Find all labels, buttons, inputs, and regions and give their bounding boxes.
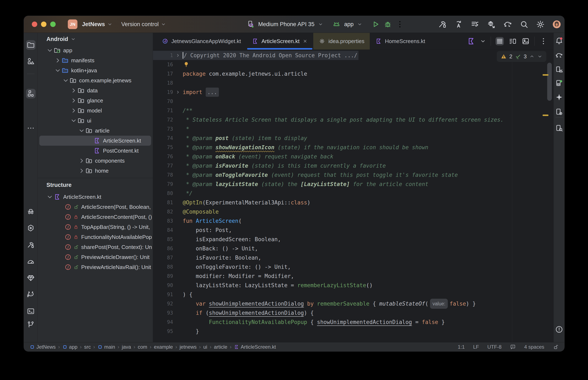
structure-member-articlescreencontent[interactable]: fArticleScreenContent(Post, () [38,212,153,222]
resource-manager-icon[interactable] [26,57,36,66]
tab-homescreens-kt[interactable]: HomeScreens.kt [370,33,430,50]
editor-scrollbar[interactable] [547,63,552,101]
device-manager-icon[interactable] [554,65,564,75]
hidden-tabs-kotlin-icon[interactable] [467,37,475,45]
tree-item-com-example-jetnews[interactable]: com.example.jetnews [39,76,151,85]
breadcrumb-example[interactable]: example [154,344,173,350]
chevron-right-icon[interactable] [70,107,78,114]
chevron-down-icon[interactable] [357,21,363,27]
tree-item-components[interactable]: components [39,156,151,166]
tree-item-data[interactable]: data [39,85,151,95]
gradle-elephant-icon[interactable] [503,20,512,29]
warning-stripe-mark[interactable] [543,74,548,76]
structure-member-topappbar[interactable]: fTopAppBar(String, () -> Unit, [38,222,153,232]
chevron-down-icon[interactable] [54,67,61,74]
status-utf-8[interactable]: UTF-8 [487,344,502,350]
maximize-window-button[interactable] [50,21,56,27]
chevron-down-icon[interactable] [46,47,54,54]
tab-articlescreen-kt[interactable]: ArticleScreen.kt [246,33,313,50]
chevron-down-icon[interactable] [62,77,69,84]
gemini-sparkle-icon[interactable] [554,92,564,102]
status-lf[interactable]: LF [473,344,479,350]
search-icon[interactable] [519,20,529,29]
breadcrumb-com[interactable]: com [138,344,147,350]
app-quality-insights-icon[interactable] [26,273,36,283]
project-view-selector[interactable]: Android [38,33,153,45]
breadcrumb-articlescreen-kt[interactable]: ArticleScreen.kt [234,344,276,350]
minimize-window-button[interactable] [41,21,46,27]
status-4-spaces[interactable]: 4 spaces [524,344,544,350]
tree-item-app[interactable]: app [39,45,151,55]
intention-lightbulb-icon[interactable] [183,61,190,68]
breadcrumb-app[interactable]: app [62,344,78,350]
tab-jetnewsglanceappwidget-kt[interactable]: JetnewsGlanceAppWidget.kt [156,33,246,50]
device-mirroring-icon[interactable] [554,107,564,117]
structure-member-previewarticledrawer[interactable]: fPreviewArticleDrawer(): Unit [38,252,153,262]
structure-file-articlescreen-kt[interactable]: ArticleScreen.kt [39,192,151,202]
close-window-button[interactable] [32,21,37,27]
sync-language-icon[interactable] [454,20,464,29]
close-tab-icon[interactable] [302,38,308,44]
app-inspection-icon[interactable] [26,207,36,216]
chevron-down-icon[interactable] [318,21,323,27]
chevron-down-icon[interactable] [70,117,78,124]
warning-bubble-icon[interactable] [510,344,516,350]
tree-item-model[interactable]: model [39,106,151,115]
attach-debugger-icon[interactable] [487,20,496,29]
structure-member-articlescreen[interactable]: fArticleScreen(Post, Boolean, [38,202,153,212]
chevron-right-icon[interactable] [78,157,85,165]
tree-item-article[interactable]: article [39,126,151,136]
editor-area[interactable]: JetnewsGlanceAppWidget.ktArticleScreen.k… [153,33,553,342]
breadcrumb-src[interactable]: src [84,344,91,350]
git-branch-icon[interactable] [26,320,36,329]
debug-bug-icon[interactable] [383,20,392,29]
device-selector[interactable]: Medium Phone API 35 [258,21,315,28]
problems-icon[interactable] [554,325,564,334]
chevron-down-icon[interactable] [537,54,543,59]
fold-chevron-icon[interactable] [173,90,183,95]
device-streaming-icon[interactable] [470,20,480,29]
lock-open-icon[interactable] [553,344,559,350]
split-view-icon[interactable] [508,37,517,45]
structure-member-previewarticlenavrail[interactable]: fPreviewArticleNavRail(): Unit [38,262,153,272]
run-hexagon-icon[interactable] [26,223,36,233]
project-folder-icon[interactable] [26,40,36,50]
chevron-right-icon[interactable] [70,87,78,94]
settings-gear-icon[interactable] [536,20,545,29]
more-options-icon[interactable] [26,123,36,133]
chevron-right-icon[interactable] [70,97,78,104]
breadcrumb-java[interactable]: java [122,344,131,350]
running-devices-icon[interactable] [554,78,564,88]
tree-item-postcontent-kt[interactable]: PostContent.kt [39,146,151,156]
chevron-right-icon[interactable] [54,57,61,64]
build-hammer-icon[interactable] [26,240,36,250]
project-menu[interactable]: JetNews [82,21,113,28]
structure-icon[interactable] [26,89,36,98]
more-vertical-icon[interactable] [395,20,404,29]
tree-item-manifests[interactable]: manifests [39,55,151,65]
structure-member-functionalitynotavailablepop[interactable]: fFunctionalityNotAvailablePop [38,232,153,242]
tree-item-ui[interactable]: ui [39,115,151,126]
gradle-elephant-icon[interactable] [554,51,564,60]
layout-inspector-icon[interactable] [554,123,564,133]
run-play-icon[interactable] [371,20,380,29]
warning-stripe-mark[interactable] [543,114,548,116]
structure-member-sharepost[interactable]: fsharePost(Post, Context): Un [38,242,153,252]
editor-options-kebab-icon[interactable] [539,37,547,45]
tree-item-articlescreen-kt[interactable]: ArticleScreen.kt [39,136,151,146]
logcat-cat-icon[interactable] [26,289,36,299]
version-control-menu[interactable]: Version control [121,21,166,28]
chevron-up-icon[interactable] [529,54,535,59]
design-view-icon[interactable] [522,37,530,45]
run-configuration[interactable]: app [344,21,354,28]
code-viewport[interactable]: 1/ Copyright 2020 The Android Open Sourc… [153,50,553,342]
chevron-down-icon[interactable] [78,127,85,134]
hidden-tabs-chevron-icon[interactable] [480,37,486,45]
profiler-gauge-icon[interactable] [26,257,36,266]
tree-item-home[interactable]: home [39,166,151,176]
status-1-1[interactable]: 1:1 [458,344,465,350]
breadcrumb-jetnews[interactable]: JetNews [30,344,56,350]
build-hammer-icon[interactable] [438,20,447,29]
breadcrumb-main[interactable]: main [98,344,115,350]
user-avatar-icon[interactable] [552,20,561,29]
